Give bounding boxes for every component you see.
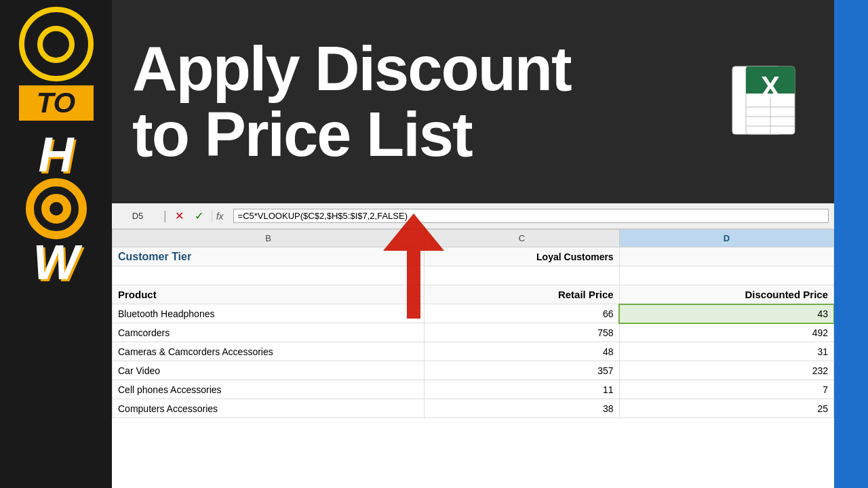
customer-tier-value[interactable]: Loyal Customers xyxy=(425,247,620,266)
formula-bar: D5 | ✕ ✓ fx xyxy=(112,203,834,229)
discounted-price: 31 xyxy=(619,342,833,361)
excel-area: D5 | ✕ ✓ fx B C D xyxy=(112,203,834,488)
fx-label: fx xyxy=(212,211,228,222)
right-sidebar xyxy=(834,0,868,488)
retail-price: 66 xyxy=(425,304,620,323)
product-name: Camcorders xyxy=(113,323,425,342)
discounted-price: 7 xyxy=(619,380,833,399)
discounted-price-selected[interactable]: 43 xyxy=(619,304,833,323)
svg-text:X: X xyxy=(761,70,780,102)
retail-price: 11 xyxy=(425,380,620,399)
howto-text: H W xyxy=(0,134,112,283)
product-name: Car Video xyxy=(113,361,425,380)
howto-logo: TO xyxy=(12,7,100,127)
letter-o-inner xyxy=(41,194,71,224)
title-line2: to Price List xyxy=(132,102,571,167)
table-row: Cell phones Accessories 11 7 xyxy=(113,380,834,399)
cancel-button[interactable]: ✕ xyxy=(172,208,186,224)
col-header-c: C xyxy=(425,230,620,247)
discounted-price: 25 xyxy=(619,399,833,418)
main-content: Apply Discount to Price List X xyxy=(112,0,834,488)
confirm-button[interactable]: ✓ xyxy=(192,208,206,224)
table-row: Computers Accessories 38 25 xyxy=(113,399,834,418)
retail-price: 758 xyxy=(425,323,620,342)
formula-input[interactable] xyxy=(233,209,829,223)
table-row: Cameras & Camcorders Accessories 48 31 xyxy=(113,342,834,361)
title-text: Apply Discount to Price List xyxy=(132,36,571,167)
col-header-d: D xyxy=(619,230,833,247)
letter-o xyxy=(26,178,87,239)
col-header-b: B xyxy=(113,230,425,247)
retail-price: 48 xyxy=(425,342,620,361)
customer-tier-label: Customer Tier xyxy=(113,247,425,266)
column-labels-row: Product Retail Price Discounted Price xyxy=(113,285,834,304)
product-name: Bluetooth Headphones xyxy=(113,304,425,323)
table-row: Car Video 357 232 xyxy=(113,361,834,380)
discounted-price-header: Discounted Price xyxy=(619,285,833,304)
product-name: Cell phones Accessories xyxy=(113,380,425,399)
letter-w: W xyxy=(33,242,79,283)
howto-sidebar: TO H W xyxy=(0,0,112,488)
discounted-price: 232 xyxy=(619,361,833,380)
column-header-row: B C D xyxy=(113,230,834,247)
spreadsheet-table: B C D Customer Tier Loyal Customers xyxy=(112,229,834,418)
title-line1: Apply Discount xyxy=(132,36,571,102)
table-row: Bluetooth Headphones 66 43 xyxy=(113,304,834,323)
grid-container: B C D Customer Tier Loyal Customers xyxy=(112,229,834,488)
to-label: TO xyxy=(19,85,94,121)
retail-price-header: Retail Price xyxy=(425,285,620,304)
retail-price: 357 xyxy=(425,361,620,380)
logo-circle-inner xyxy=(37,26,75,63)
retail-price: 38 xyxy=(425,399,620,418)
divider: | xyxy=(163,209,167,223)
customer-tier-row: Customer Tier Loyal Customers xyxy=(113,247,834,266)
product-name: Computers Accessories xyxy=(113,399,425,418)
letter-h: H xyxy=(39,134,74,176)
empty-row xyxy=(113,266,834,285)
product-name: Cameras & Camcorders Accessories xyxy=(113,342,425,361)
logo-circle-outer xyxy=(19,7,94,81)
discounted-price: 492 xyxy=(619,323,833,342)
customer-tier-d-empty xyxy=(619,247,833,266)
product-header: Product xyxy=(113,285,425,304)
title-banner: Apply Discount to Price List X xyxy=(112,0,834,203)
excel-icon: X xyxy=(726,61,807,142)
table-row: Camcorders 758 492 xyxy=(113,323,834,342)
name-box[interactable]: D5 xyxy=(117,211,158,221)
